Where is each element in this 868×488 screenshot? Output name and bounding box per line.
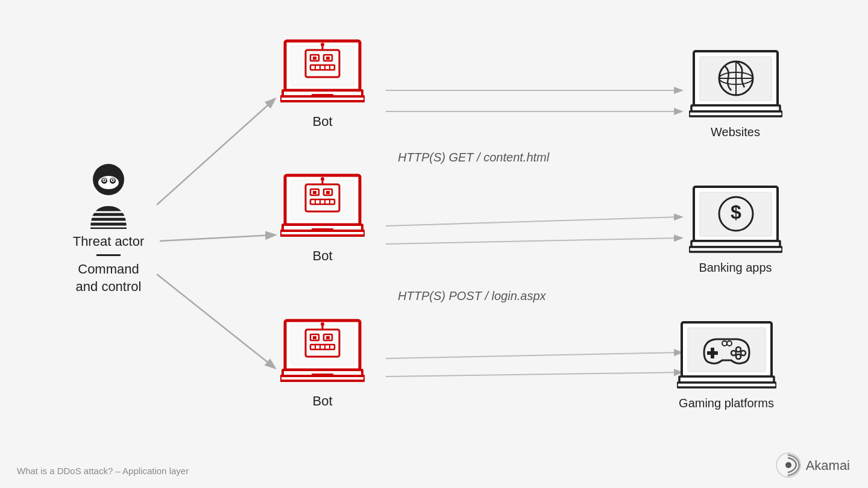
svg-line-6	[386, 238, 681, 244]
svg-line-8	[386, 372, 681, 377]
footer-text: What is a DDoS attack? – Application lay…	[17, 466, 189, 476]
svg-rect-45	[313, 191, 316, 194]
svg-point-25	[321, 43, 324, 46]
bot-section-2: Bot	[274, 172, 371, 264]
target-websites: Websites	[681, 48, 790, 139]
threat-actor-icon	[78, 163, 139, 229]
svg-rect-85	[689, 247, 782, 252]
svg-point-16	[112, 180, 114, 181]
akamai-icon	[775, 452, 802, 479]
bot-laptop-2	[280, 172, 365, 245]
bot-section-3: Bot	[274, 318, 371, 409]
target-banking: $ Banking apps	[681, 184, 790, 275]
svg-point-15	[104, 180, 105, 181]
target-gaming-label: Gaming platforms	[669, 396, 784, 410]
svg-line-0	[157, 99, 274, 205]
svg-rect-89	[707, 351, 718, 355]
threat-actor-label: Threat actor	[73, 234, 145, 249]
svg-rect-28	[313, 57, 316, 60]
svg-rect-46	[326, 191, 330, 194]
svg-point-99	[785, 462, 791, 468]
svg-rect-29	[326, 57, 330, 60]
svg-rect-54	[312, 228, 333, 232]
svg-rect-97	[677, 383, 776, 387]
http-label-1: HTTP(S) GET / content.html	[398, 151, 549, 164]
svg-text:$: $	[731, 201, 741, 223]
svg-rect-79	[689, 111, 782, 116]
website-laptop-icon	[689, 48, 782, 120]
target-gaming: Gaming platforms	[672, 319, 781, 410]
bot-label-1: Bot	[312, 114, 332, 130]
diagram-container: Threat actor Commandand control	[0, 0, 868, 488]
svg-rect-87	[688, 328, 766, 372]
http-label-2: HTTP(S) POST / login.aspx	[398, 289, 546, 303]
svg-point-10	[98, 176, 119, 189]
svg-rect-63	[326, 336, 330, 339]
svg-point-59	[321, 322, 324, 326]
target-banking-label: Banking apps	[699, 261, 772, 275]
svg-rect-62	[313, 336, 316, 339]
gaming-laptop-icon	[677, 319, 776, 392]
svg-line-7	[386, 352, 681, 358]
bot-laptop-3	[280, 318, 365, 390]
banking-laptop-icon: $	[689, 184, 782, 256]
akamai-wordmark: Akamai	[806, 458, 850, 474]
bot-label-3: Bot	[312, 393, 332, 409]
threat-actor-sublabel: Commandand control	[76, 261, 142, 295]
threat-actor-divider	[96, 254, 121, 256]
bot-label-2: Bot	[312, 248, 332, 264]
bot-laptop-1	[280, 38, 365, 110]
bot-section-1: Bot	[274, 38, 371, 130]
svg-rect-71	[312, 374, 333, 377]
svg-line-2	[157, 274, 274, 368]
akamai-logo: Akamai	[775, 452, 850, 479]
threat-actor: Threat actor Commandand control	[54, 163, 163, 296]
svg-line-5	[386, 217, 681, 226]
svg-rect-37	[312, 94, 333, 98]
svg-line-1	[160, 235, 274, 241]
target-websites-label: Websites	[711, 125, 760, 139]
svg-point-42	[321, 177, 324, 181]
